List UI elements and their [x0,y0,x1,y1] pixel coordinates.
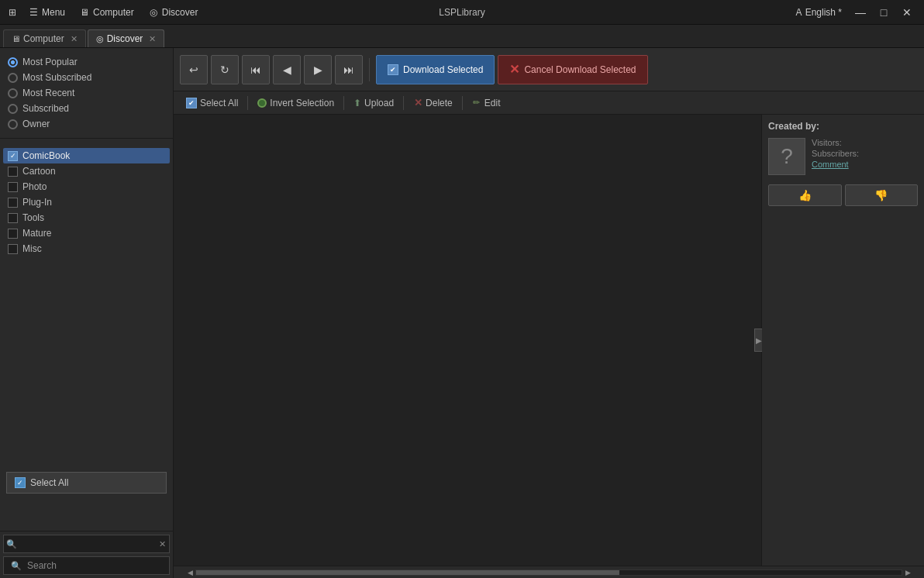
creator-card: ? Visitors: Subscribers: Comment [768,138,918,175]
title-bar-left: ⊞ ☰ Menu 🖥 Computer ◎ Discover [6,5,204,19]
toolbar: ↩ ↻ ⏮ ◀ ▶ ⏭ ✔ Download Selected [174,48,924,91]
search-clear-button[interactable]: ✕ [155,537,169,551]
tab-computer[interactable]: 🖥 Computer ✕ [3,29,86,47]
action-invert-selection[interactable]: Invert Selection [251,95,340,112]
action-edit[interactable]: ✏ Edit [466,95,507,112]
tab-discover[interactable]: ◎ Discover ✕ [88,29,165,47]
search-button[interactable]: 🔍 Search [3,556,170,575]
invert-icon [257,98,267,108]
created-by-title: Created by: [768,121,918,132]
download-selected-button[interactable]: ✔ Download Selected [376,55,495,84]
category-mature[interactable]: Mature [3,225,170,241]
content-list[interactable] [174,115,761,566]
creator-info: Visitors: Subscribers: Comment [812,138,918,175]
menu-item-menu[interactable]: ☰ Menu [22,5,71,19]
scrollbar-track[interactable] [195,569,902,576]
comment-link[interactable]: Comment [812,160,918,169]
discover-tab-close[interactable]: ✕ [149,34,156,44]
category-comicbook[interactable]: ComicBook [3,148,170,163]
menu-item-computer[interactable]: 🖥 Computer [73,5,140,19]
app-title: LSPLibrary [439,7,484,18]
menu-item-discover[interactable]: ◎ Discover [142,5,205,19]
category-tools[interactable]: Tools [3,210,170,225]
action-upload[interactable]: ⬆ Upload [347,95,400,112]
action-separator-3 [403,96,404,110]
minimize-button[interactable]: — [850,4,871,21]
refresh-button[interactable]: ↻ [211,55,239,84]
subscribers-label: Subscribers: [812,149,918,158]
action-select-all-label: Select All [200,98,238,108]
cancel-download-button[interactable]: ✕ Cancel Download Selected [498,55,647,84]
next-button[interactable]: ▶ [304,55,332,84]
panel-toggle-icon: ▶ [756,336,762,345]
most-popular-label: Most Popular [22,57,78,67]
most-subscribed-label: Most Subscribed [22,72,91,83]
avatar-question-mark: ? [781,144,793,169]
category-misc[interactable]: Misc [3,241,170,256]
menu-label: Menu [42,7,65,18]
radio-owner [8,119,18,129]
check-misc [8,244,18,254]
prev-button[interactable]: ◀ [273,55,301,84]
visitors-label: Visitors: [812,138,918,147]
check-cartoon [8,167,18,177]
delete-icon: ✕ [413,98,422,108]
close-button[interactable]: ✕ [896,4,918,21]
last-button[interactable]: ⏭ [335,55,363,84]
sidebar-item-most-popular[interactable]: Most Popular [3,54,170,70]
category-plugin[interactable]: Plug-In [3,194,170,210]
right-panel: ▶ Created by: ? Visitors: Subscribers: C… [761,115,924,566]
sidebar-item-most-recent[interactable]: Most Recent [3,85,170,101]
scroll-right-arrow[interactable]: ▶ [902,567,913,578]
next-icon: ▶ [314,64,322,76]
discover-icon: ◎ [148,7,159,18]
radio-most-popular [8,57,18,67]
search-input-1[interactable] [19,538,155,549]
select-all-button[interactable]: Select All [6,472,167,494]
language-selector[interactable]: A English * [790,5,848,19]
select-all-check-icon [15,477,26,488]
sidebar: Most Popular Most Subscribed Most Recent… [0,48,174,578]
cartoon-label: Cartoon [22,166,56,177]
sidebar-item-subscribed[interactable]: Subscribed [3,101,170,116]
thumbs-down-button[interactable]: 👎 [845,184,919,206]
back-button[interactable]: ↩ [180,55,208,84]
language-label: English * [805,7,842,18]
category-section: ComicBook Cartoon Photo Plug-In Tools Ma… [0,142,173,260]
computer-tab-close[interactable]: ✕ [71,34,78,44]
category-photo[interactable]: Photo [3,179,170,194]
check-mature [8,229,18,239]
toolbar-separator-1 [369,58,370,81]
edit-icon: ✏ [472,98,481,108]
horizontal-scrollbar: ◀ ▶ [174,566,924,578]
back-icon: ↩ [189,64,198,76]
sidebar-item-most-subscribed[interactable]: Most Subscribed [3,70,170,85]
tools-label: Tools [22,212,44,223]
windows-icon: ⊞ [6,6,19,19]
search-icon-1: 🔍 [4,536,19,552]
sort-section: Most Popular Most Subscribed Most Recent… [0,48,173,135]
photo-label: Photo [22,181,47,192]
language-icon: A [796,7,802,18]
scroll-left-arrow[interactable]: ◀ [184,567,195,578]
select-all-action-icon: ✔ [186,98,197,108]
discover-tab-label: Discover [107,33,143,44]
upload-icon: ⬆ [353,98,361,108]
first-icon: ⏮ [250,64,261,76]
category-cartoon[interactable]: Cartoon [3,163,170,179]
action-delete[interactable]: ✕ Delete [407,95,459,112]
first-button[interactable]: ⏮ [242,55,270,84]
action-select-all[interactable]: ✔ Select All [180,95,244,112]
thumbs-up-button[interactable]: 👍 [768,184,842,206]
sidebar-item-owner[interactable]: Owner [3,116,170,132]
check-plugin [8,198,18,208]
discover-label: Discover [162,7,198,18]
search-box-1: 🔍 ✕ [3,535,170,553]
scrollbar-thumb[interactable] [196,570,619,575]
title-bar-menu: ☰ Menu 🖥 Computer ◎ Discover [22,5,204,19]
thumbs-down-icon: 👎 [874,189,888,201]
maximize-button[interactable]: □ [873,4,895,21]
prev-icon: ◀ [283,64,291,76]
main-layout: Most Popular Most Subscribed Most Recent… [0,48,924,578]
panel-toggle[interactable]: ▶ [754,329,762,352]
